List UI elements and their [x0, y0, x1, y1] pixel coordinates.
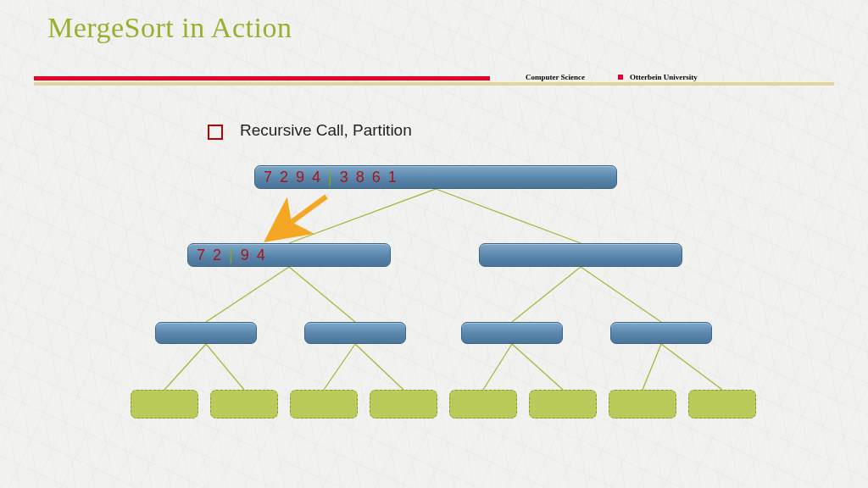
svg-line-4	[512, 267, 581, 322]
tree-node-L3-3	[370, 390, 437, 419]
tree-node-L2-2	[461, 322, 563, 344]
recursion-arrow-icon	[273, 197, 326, 236]
bullet-marker-icon	[208, 125, 223, 140]
svg-line-12	[643, 344, 661, 390]
tree-node-L3-4	[449, 390, 517, 419]
svg-line-8	[324, 344, 355, 390]
header-rule-red	[34, 76, 490, 80]
svg-line-11	[512, 344, 563, 390]
svg-line-10	[483, 344, 512, 390]
tree-node-L3-5	[529, 390, 597, 419]
tree-node-L3-7	[688, 390, 756, 419]
svg-line-13	[661, 344, 722, 390]
svg-line-7	[206, 344, 244, 390]
footer-left-text: Computer Science	[526, 73, 585, 81]
svg-line-9	[355, 344, 403, 390]
tree-node-label: 7 2 | 9 4	[188, 244, 390, 266]
svg-line-1	[436, 189, 581, 243]
footer-square-icon	[618, 75, 623, 80]
tree-node-L3-0	[131, 390, 198, 419]
header-rule-tan	[34, 82, 834, 86]
svg-line-5	[581, 267, 661, 322]
svg-line-2	[206, 267, 289, 322]
tree-node-L1-0: 7 2 | 9 4	[187, 243, 391, 267]
svg-line-14	[273, 197, 326, 236]
slide-title: MergeSort in Action	[47, 12, 292, 44]
tree-node-L2-3	[610, 322, 712, 344]
svg-line-0	[289, 189, 436, 243]
bullet-label: Recursive Call, Partition	[240, 121, 412, 140]
tree-node-L3-2	[290, 390, 358, 419]
tree-node-L3-1	[210, 390, 278, 419]
tree-node-L1-1	[479, 243, 682, 267]
tree-node-L2-0	[155, 322, 257, 344]
tree-node-label: 7 2 9 4 | 3 8 6 1	[255, 166, 616, 188]
svg-line-6	[164, 344, 206, 390]
svg-line-3	[289, 267, 355, 322]
tree-node-L2-1	[304, 322, 406, 344]
footer-right-text: Otterbein University	[630, 73, 698, 81]
tree-node-L0-0: 7 2 9 4 | 3 8 6 1	[254, 165, 617, 189]
tree-node-L3-6	[609, 390, 676, 419]
